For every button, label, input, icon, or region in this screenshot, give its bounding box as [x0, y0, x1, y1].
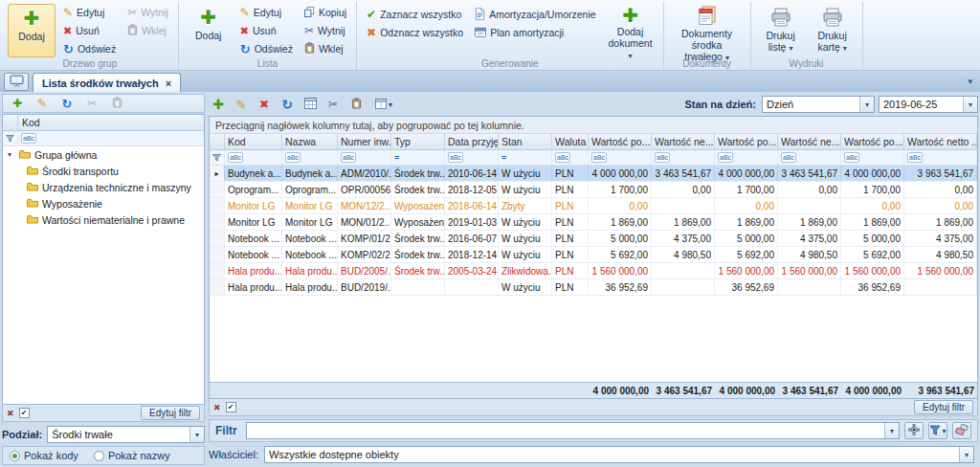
text-filter-icon[interactable]: aBc: [341, 152, 356, 163]
column-header[interactable]: Wartość po...: [715, 134, 778, 149]
filter-cell[interactable]: aBc: [904, 150, 977, 165]
show-names-radio[interactable]: Pokaż nazwy: [94, 450, 170, 461]
equals-operator-icon[interactable]: =: [501, 153, 506, 163]
column-header[interactable]: Data przyję...: [445, 134, 499, 149]
text-filter-icon[interactable]: aBc: [781, 152, 796, 163]
column-header[interactable]: Kod: [225, 134, 282, 149]
tree-item-urzadzenia-techniczne[interactable]: Urządzenia techniczne i maszyny: [3, 179, 204, 195]
filter-cell[interactable]: aBc: [445, 150, 499, 165]
add-group-button[interactable]: ✚ Dodaj: [8, 4, 56, 57]
owner-combo[interactable]: Wszystkie dostępne obiekty ▾: [264, 446, 974, 463]
filter-cell[interactable]: aBc: [282, 150, 338, 165]
asset-documents-button[interactable]: Dokumenty środka trwałego ▾: [670, 4, 745, 57]
filter-cell[interactable]: aBc: [338, 150, 391, 165]
refresh-group-button[interactable]: ↻Odśwież: [59, 40, 120, 57]
show-codes-radio[interactable]: Pokaż kody: [10, 450, 78, 461]
select-all-button[interactable]: ✔Zaznacz wszystko: [363, 6, 467, 23]
filter-combo[interactable]: ▾: [246, 422, 900, 439]
table-row[interactable]: Oprogram...Oprogram...OPR/000569Środek t…: [210, 182, 977, 198]
close-filter-icon[interactable]: ✖: [7, 409, 14, 418]
table-row[interactable]: ▸Budynek a...Budynek a...ADM/2010/...Śro…: [210, 166, 977, 182]
filter-cell[interactable]: aBc: [778, 150, 841, 165]
delete-button[interactable]: ✖: [255, 95, 274, 114]
edit-group-button[interactable]: ✎Edytuj: [59, 4, 120, 21]
date-combo[interactable]: 2019-06-25 ▾: [879, 96, 978, 113]
refresh-list-button[interactable]: ↻Odśwież: [236, 40, 297, 57]
refresh-button[interactable]: ↻: [278, 95, 297, 114]
text-filter-icon[interactable]: aBc: [285, 152, 301, 163]
filter-cell[interactable]: aBc: [841, 150, 904, 165]
amortization-button[interactable]: Amortyzacja/Umorzenie: [471, 6, 599, 23]
text-filter-icon[interactable]: aBc: [228, 152, 243, 163]
close-filter-icon[interactable]: ✖: [213, 403, 221, 412]
tree-item-wartosci-niematerialne[interactable]: Wartości niematerialne i prawne: [3, 211, 204, 228]
cut-button[interactable]: ✂Wytnij: [301, 22, 350, 39]
column-header[interactable]: Nazwa: [282, 134, 338, 149]
division-combo[interactable]: Środki trwałe ▾: [47, 426, 205, 443]
text-filter-icon[interactable]: aBc: [718, 152, 733, 163]
close-icon[interactable]: ×: [166, 78, 171, 89]
edit-filter-button[interactable]: Edytuj filtr: [914, 400, 973, 414]
table-row[interactable]: Notebook ...Notebook ...KOMP/01/2...Środ…: [210, 231, 977, 247]
text-filter-icon[interactable]: aBc: [555, 152, 570, 163]
column-header[interactable]: Waluta: [552, 134, 589, 149]
copy-button[interactable]: Kopiuj: [301, 4, 350, 21]
chevron-down-icon[interactable]: ▾: [959, 447, 973, 462]
add-asset-button[interactable]: ✚ Dodaj: [185, 4, 233, 57]
edit-button[interactable]: ✎: [232, 95, 251, 114]
text-filter-icon[interactable]: aBc: [591, 152, 607, 163]
filter-cell[interactable]: aBc: [225, 150, 282, 165]
print-list-button[interactable]: Drukuj listę ▾: [757, 4, 805, 57]
deselect-all-button[interactable]: ✖Odznacz wszystko: [363, 24, 467, 41]
tree-item-srodki-transportu[interactable]: Środki transportu: [3, 163, 204, 179]
edit-asset-button[interactable]: ✎Edytuj: [236, 4, 297, 21]
text-filter-icon[interactable]: aBc: [907, 152, 923, 163]
column-header[interactable]: Wartość ne...: [652, 134, 715, 149]
edit-group-button[interactable]: ✎: [33, 94, 52, 113]
table-row[interactable]: Monitor LGMonitor LGMON/12/2...Wyposażen…: [210, 198, 977, 214]
chevron-down-icon[interactable]: ▾: [884, 423, 899, 438]
filter-cell[interactable]: aBc: [652, 150, 715, 165]
column-header[interactable]: Wartość ne...: [778, 134, 841, 149]
edit-filter-button[interactable]: Edytuj filtr: [141, 406, 200, 420]
filter-cell[interactable]: aBc: [589, 150, 652, 165]
card-view-button[interactable]: [301, 95, 320, 114]
table-row[interactable]: Hala produ...Hala produ...BUD/2019/...W …: [210, 279, 977, 296]
table-row[interactable]: Hala produ...Hala produ...BUD/2005/...Śr…: [210, 263, 977, 279]
expander-icon[interactable]: ▾: [8, 150, 15, 159]
column-header[interactable]: Wartość po...: [841, 134, 904, 149]
table-row[interactable]: Monitor LGMonitor LGMON/01/2...Wyposażen…: [210, 214, 977, 231]
table-row[interactable]: Notebook ...Notebook ...KOMP/02/2...Środ…: [210, 247, 977, 263]
tree-item-grupa-glowna[interactable]: ▾ Grupa główna: [3, 146, 204, 163]
column-header[interactable]: Typ: [391, 134, 445, 149]
tab-lista-srodkow-trwalych[interactable]: Lista środków trwałych ×: [33, 73, 181, 92]
add-document-button[interactable]: ✚ Dodaj dokument ▾: [604, 4, 657, 57]
column-header[interactable]: Wartość netto ...: [904, 134, 977, 149]
paste-button[interactable]: Wklej: [301, 40, 350, 57]
amortization-plan-button[interactable]: Plan amortyzacji: [471, 24, 599, 41]
add-button[interactable]: ✚: [209, 95, 228, 114]
filter-settings-button[interactable]: [904, 422, 924, 439]
groups-filter-row[interactable]: aBc: [3, 131, 204, 146]
filter-cell[interactable]: =: [391, 150, 445, 165]
chevron-down-icon[interactable]: ▾: [964, 77, 976, 86]
equals-operator-icon[interactable]: =: [394, 153, 399, 163]
text-filter-icon[interactable]: aBc: [21, 133, 36, 144]
delete-asset-button[interactable]: ✖Usuń: [236, 22, 297, 39]
filter-enabled-checkbox[interactable]: ✔: [226, 402, 236, 412]
column-header[interactable]: Numer inw...: [338, 134, 391, 149]
column-header[interactable]: Wartość po...: [589, 134, 652, 149]
chevron-down-icon[interactable]: ▾: [963, 97, 977, 112]
print-card-button[interactable]: Drukuj kartę ▾: [809, 4, 857, 57]
column-chooser-button[interactable]: ▾: [369, 95, 398, 114]
clear-filter-button[interactable]: [952, 422, 971, 439]
tree-item-wyposazenie[interactable]: Wyposażenie: [3, 195, 204, 211]
period-combo[interactable]: Dzień ▾: [762, 96, 875, 113]
filter-cell[interactable]: =: [499, 150, 552, 165]
text-filter-icon[interactable]: aBc: [448, 152, 463, 163]
add-group-button[interactable]: ✚: [8, 94, 27, 113]
filter-cell[interactable]: aBc: [552, 150, 589, 165]
delete-group-button[interactable]: ✖Usuń: [59, 22, 120, 39]
cut-button[interactable]: ✂: [323, 95, 343, 114]
chevron-down-icon[interactable]: ▾: [189, 427, 204, 442]
